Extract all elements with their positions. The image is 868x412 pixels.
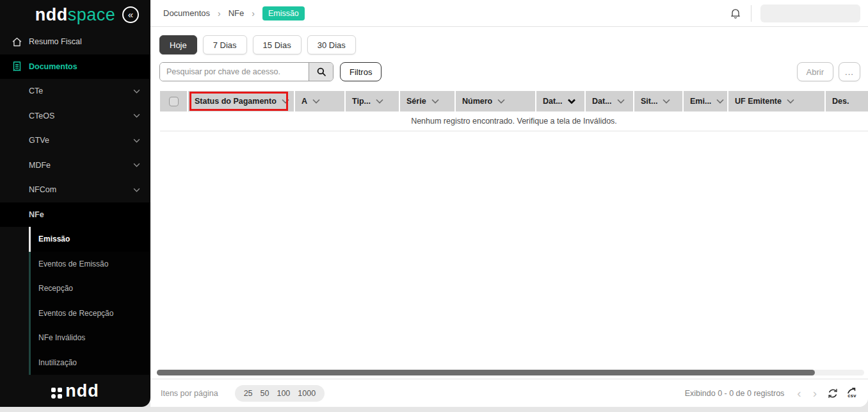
column-label: Dat... <box>592 97 612 106</box>
chevron-down-icon <box>133 113 140 118</box>
sidebar-subitem-inutilizacao[interactable]: Inutilização <box>0 350 150 375</box>
column-uf-emitente[interactable]: UF Emitente <box>728 91 826 111</box>
tab-30-dias[interactable]: 30 Dias <box>307 35 356 54</box>
column-situacao[interactable]: Sit... <box>634 91 684 111</box>
column-label: Status do Pagamento <box>195 97 277 106</box>
nddspace-logo: nddspace <box>35 5 116 25</box>
abrir-button[interactable]: Abrir <box>797 62 833 81</box>
sidebar-item-documentos[interactable]: Documentos <box>0 54 150 79</box>
sidebar-item-label: Eventos de Recepção <box>38 309 113 318</box>
chevron-down-icon[interactable] <box>376 99 383 104</box>
breadcrumb-documentos[interactable]: Documentos <box>163 8 210 18</box>
sidebar-item-resumo-fiscal[interactable]: Resumo Fiscal <box>0 29 150 54</box>
column-data-sorted[interactable]: Dat... <box>536 91 586 111</box>
column-emitente[interactable]: Emi... <box>684 91 728 111</box>
chevron-down-icon <box>133 163 140 167</box>
column-status-do-pagamento[interactable]: Status do Pagamento <box>188 91 295 111</box>
chevron-down-icon[interactable] <box>282 99 289 104</box>
notification-bell-icon[interactable] <box>729 6 742 21</box>
refresh-button[interactable] <box>827 388 839 399</box>
sidebar-item-label: Documentos <box>29 62 77 71</box>
sidebar-item-label: CTeOS <box>29 111 54 120</box>
breadcrumb-nfe[interactable]: NFe <box>229 8 245 18</box>
sidebar-item-nfcom[interactable]: NFCom <box>0 177 150 202</box>
sidebar-item-label: NFCom <box>29 185 56 194</box>
sidebar-item-cteos[interactable]: CTeOS <box>0 104 150 129</box>
tab-hoje[interactable]: Hoje <box>159 35 197 54</box>
previous-page-icon[interactable]: ‹ <box>796 387 802 399</box>
sidebar-subitem-emissao[interactable]: Emissão <box>0 227 150 252</box>
horizontal-scrollbar-thumb[interactable] <box>157 370 815 375</box>
sidebar-item-label: Resumo Fiscal <box>29 37 82 46</box>
empty-state-message: Nenhum registro encontrado. Verifique a … <box>411 117 617 126</box>
sidebar-collapse-button[interactable]: « <box>122 6 139 23</box>
sidebar-subitem-recepcao[interactable]: Recepção <box>0 276 150 301</box>
column-a[interactable]: A <box>295 91 346 111</box>
tab-7-dias[interactable]: 7 Dias <box>203 35 247 54</box>
sidebar-item-label: MDFe <box>29 161 51 170</box>
sidebar-item-label: NFe Inválidos <box>38 333 85 342</box>
receipt-icon <box>12 61 22 72</box>
sidebar-item-gtve[interactable]: GTVe <box>0 128 150 153</box>
sidebar-nav: Resumo Fiscal Documentos CTe CTeOS GTVe … <box>0 29 150 375</box>
search-button[interactable] <box>309 63 333 81</box>
more-options-button[interactable]: ... <box>839 62 860 81</box>
sidebar-item-label: Inutilização <box>38 358 77 367</box>
csv-label: csv <box>848 393 856 399</box>
sidebar-item-cte[interactable]: CTe <box>0 79 150 104</box>
sidebar-item-label: Recepção <box>38 284 73 293</box>
chevron-down-icon[interactable] <box>716 99 724 104</box>
sidebar-subitem-eventos-de-emissao[interactable]: Eventos de Emissão <box>0 252 150 277</box>
chevron-down-icon[interactable] <box>312 99 320 104</box>
export-csv-button[interactable]: csv <box>848 388 856 399</box>
next-page-icon[interactable]: › <box>812 387 818 399</box>
sidebar-subitem-eventos-de-recepcao[interactable]: Eventos de Recepção <box>0 301 150 326</box>
sidebar-item-label: GTVe <box>29 136 49 145</box>
table-footer: Itens por página 25 50 100 1000 Exibindo… <box>150 379 868 407</box>
chevron-down-icon <box>133 188 140 192</box>
chevron-down-sorted-icon[interactable] <box>568 99 575 104</box>
items-per-page-label: Itens por página <box>161 389 218 398</box>
app-frame: nddspace « Resumo Fiscal Documentos CTe … <box>0 0 868 407</box>
page-size-50[interactable]: 50 <box>261 389 269 398</box>
column-data-2[interactable]: Dat... <box>586 91 634 111</box>
column-label: Sit... <box>641 97 657 106</box>
column-destinatario[interactable]: Des. <box>826 91 868 111</box>
column-label: Dat... <box>543 97 563 106</box>
sidebar-item-label: CTe <box>29 87 43 95</box>
chevron-down-icon[interactable] <box>787 99 794 104</box>
controls-row: Filtros Abrir ... <box>159 62 860 81</box>
topbar-divider <box>751 5 751 22</box>
sidebar-item-label: NFe <box>29 210 44 219</box>
chevron-down-icon[interactable] <box>497 99 505 104</box>
ndd-dots-icon <box>51 388 62 399</box>
column-serie[interactable]: Série <box>400 91 456 111</box>
chevron-down-icon[interactable] <box>431 99 439 104</box>
page-size-1000[interactable]: 1000 <box>298 389 316 398</box>
search-input[interactable] <box>160 63 309 81</box>
column-label: A <box>301 97 307 106</box>
sidebar-item-mdfe[interactable]: MDFe <box>0 153 150 178</box>
select-all-checkbox[interactable] <box>169 97 179 106</box>
sidebar-logo-row: nddspace « <box>0 0 150 29</box>
chevron-down-icon[interactable] <box>663 99 670 104</box>
empty-state-row: Nenhum registro encontrado. Verifique a … <box>160 111 868 131</box>
column-label: Des. <box>832 97 849 106</box>
page-size-100[interactable]: 100 <box>277 389 290 398</box>
page-size-selector: 25 50 100 1000 <box>235 385 325 402</box>
column-tipo[interactable]: Tip... <box>346 91 400 111</box>
column-label: UF Emitente <box>735 97 782 106</box>
page-size-25[interactable]: 25 <box>244 389 253 398</box>
ndd-footer-logo: ndd <box>65 381 99 401</box>
sidebar-footer: ndd <box>0 375 150 407</box>
tab-15-dias[interactable]: 15 Dias <box>253 35 301 54</box>
filtros-button[interactable]: Filtros <box>340 62 382 81</box>
collapse-icon: « <box>128 9 133 20</box>
column-numero[interactable]: Número <box>456 91 536 111</box>
sidebar-item-nfe[interactable]: NFe <box>0 202 150 227</box>
user-account-area[interactable] <box>760 4 860 22</box>
chevron-down-icon[interactable] <box>617 99 625 104</box>
sidebar-subitem-nfe-invalidos[interactable]: NFe Inválidos <box>0 325 150 350</box>
horizontal-scrollbar-track[interactable] <box>157 370 864 375</box>
breadcrumb-separator: › <box>218 8 221 19</box>
